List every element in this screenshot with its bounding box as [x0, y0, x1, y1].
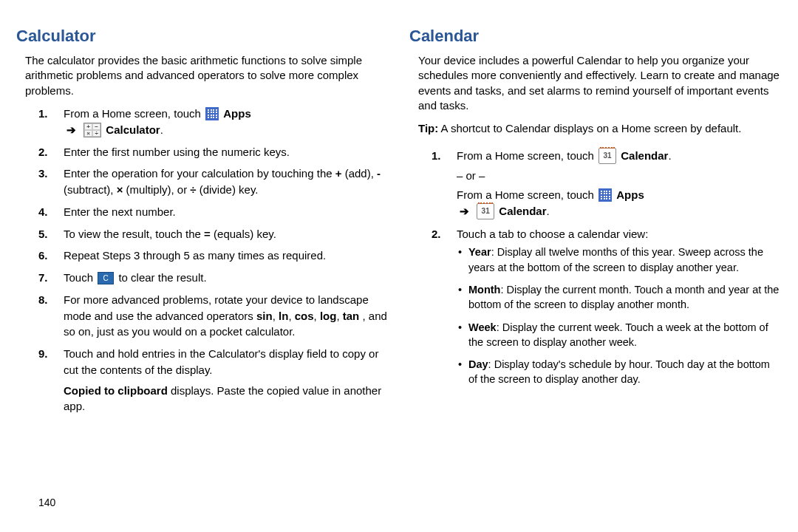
- text: Touch and hold entries in the Calculator…: [64, 347, 378, 376]
- calculator-intro: The calculator provides the basic arithm…: [25, 53, 389, 98]
- text: ,: [314, 310, 320, 322]
- text: Touch: [64, 271, 96, 284]
- apps-label: Apps: [223, 107, 251, 120]
- text: (divide) key.: [197, 183, 259, 196]
- text: ,: [273, 310, 279, 322]
- text: ÷: [190, 183, 196, 196]
- view-year: Year: Display all twelve months of this …: [457, 245, 782, 275]
- text: .: [668, 149, 671, 162]
- calendar-icon: [598, 148, 616, 164]
- text: Copied to clipboard: [64, 384, 168, 397]
- apps-label: Apps: [616, 188, 644, 201]
- text: log: [320, 310, 337, 322]
- calc-step-4: Enter the next number.: [38, 204, 389, 220]
- calc-step-2: Enter the first number using the numeric…: [38, 144, 389, 160]
- calculator-section: Calculator The calculator provides the b…: [16, 27, 389, 420]
- calc-step-1: From a Home screen, touch Apps ➔ +−×÷ Ca…: [38, 106, 389, 138]
- text: ,: [288, 310, 294, 322]
- text: ,: [336, 310, 342, 322]
- calc-step-5: To view the result, touch the = (equals)…: [38, 226, 389, 242]
- arrow-icon: ➔: [64, 123, 79, 136]
- calendar-heading: Calendar: [409, 27, 782, 46]
- text: From a Home screen, touch: [457, 149, 597, 162]
- calendar-section: Calendar Your device includes a powerful…: [409, 27, 782, 420]
- calculator-icon: +−×÷: [83, 123, 101, 137]
- calculator-label: Calculator: [106, 123, 160, 136]
- calendar-steps: From a Home screen, touch Calendar. – or…: [432, 148, 782, 387]
- text: : Display the current month. Touch a mon…: [468, 284, 779, 310]
- calc-step-6: Repeat Steps 3 through 5 as many times a…: [38, 248, 389, 264]
- tip-text: A shortcut to Calendar displays on a Hom…: [438, 122, 741, 134]
- cal-step-1: From a Home screen, touch Calendar. – or…: [432, 148, 782, 220]
- view-month: Month: Display the current month. Touch …: [457, 282, 782, 313]
- calc-step-3: Enter the operation for your calculation…: [38, 166, 389, 198]
- text: From a Home screen, touch: [64, 107, 204, 120]
- calculator-heading: Calculator: [16, 27, 389, 46]
- text: : Display today's schedule by hour. Touc…: [468, 358, 770, 385]
- label: Week: [468, 321, 497, 333]
- text: tan: [343, 310, 360, 322]
- text: (add),: [342, 167, 378, 180]
- calendar-label: Calendar: [621, 149, 668, 162]
- manual-page: Calculator The calculator provides the b…: [0, 0, 798, 428]
- text: (multiply), or: [123, 183, 190, 196]
- text: (equals) key.: [214, 228, 276, 240]
- tip-label: Tip:: [418, 122, 438, 134]
- label: Month: [468, 284, 500, 296]
- text: to clear the result.: [118, 271, 206, 284]
- clear-key-icon: C: [98, 272, 114, 284]
- page-number: 140: [38, 497, 55, 508]
- text: -: [377, 167, 381, 180]
- text: To view the result, touch the: [64, 228, 204, 240]
- label: Day: [468, 358, 488, 370]
- view-day: Day: Display today's schedule by hour. T…: [457, 357, 782, 387]
- text: .: [547, 205, 550, 217]
- calendar-icon: [477, 203, 494, 219]
- text: Enter the operation for your calculation…: [64, 167, 335, 180]
- text: From a Home screen, touch: [457, 188, 597, 201]
- view-week: Week: Display the current week. Touch a …: [457, 320, 782, 350]
- text: =: [204, 228, 211, 240]
- text: ln: [279, 310, 288, 322]
- label: Year: [468, 246, 491, 258]
- calendar-label: Calendar: [499, 205, 546, 217]
- text: : Display the current week. Touch a week…: [468, 321, 768, 348]
- view-list: Year: Display all twelve months of this …: [457, 245, 782, 386]
- calculator-steps: From a Home screen, touch Apps ➔ +−×÷ Ca…: [38, 106, 389, 415]
- calc-step-8: For more advanced problems, rotate your …: [38, 292, 389, 340]
- calendar-intro: Your device includes a powerful Calendar…: [418, 53, 782, 113]
- text: sin: [256, 310, 273, 322]
- text: .: [160, 123, 163, 136]
- text: Touch a tab to choose a calendar view:: [457, 228, 648, 240]
- calendar-tip: Tip: A shortcut to Calendar displays on …: [418, 120, 782, 136]
- text: (subtract),: [64, 183, 117, 196]
- text: : Display all twelve months of this year…: [468, 246, 763, 273]
- calc-step-7: Touch C to clear the result.: [38, 270, 389, 286]
- apps-grid-icon: [598, 188, 612, 202]
- apps-grid-icon: [205, 107, 219, 120]
- calc-step-9: Touch and hold entries in the Calculator…: [38, 346, 389, 415]
- text: +: [335, 167, 342, 180]
- arrow-icon: ➔: [457, 205, 472, 217]
- text: cos: [295, 310, 314, 322]
- cal-step-2: Touch a tab to choose a calendar view: Y…: [432, 226, 782, 387]
- or-separator: – or –: [457, 168, 782, 184]
